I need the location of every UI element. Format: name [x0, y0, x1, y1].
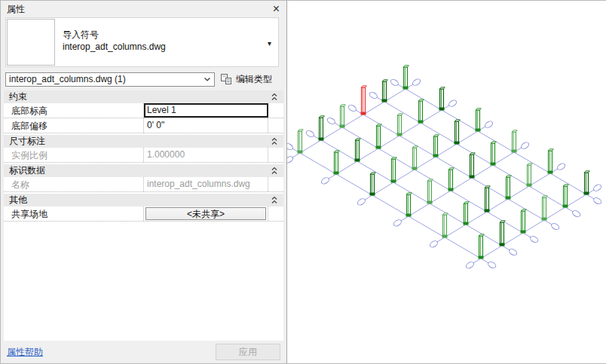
column-glyph[interactable]	[371, 174, 375, 193]
grid-bubble[interactable]	[571, 210, 581, 218]
grid-bubble[interactable]	[520, 141, 530, 150]
column-glyph[interactable]	[335, 151, 340, 152]
column-glyph[interactable]	[485, 186, 491, 188]
section-header-identity-data[interactable]: 标识数据	[4, 164, 283, 177]
grid-bubble[interactable]	[305, 130, 315, 138]
column-glyph[interactable]	[377, 124, 382, 126]
column-glyph[interactable]	[440, 87, 445, 89]
column-glyph[interactable]	[564, 185, 569, 186]
column-glyph[interactable]	[528, 164, 533, 165]
column-glyph[interactable]	[398, 114, 403, 115]
column-glyph[interactable]	[464, 203, 468, 222]
column-glyph[interactable]	[407, 193, 412, 194]
column-glyph[interactable]	[500, 222, 504, 243]
column-glyph[interactable]	[443, 213, 448, 215]
column-glyph[interactable]	[522, 210, 527, 211]
grid-bubble[interactable]	[487, 261, 497, 269]
column-glyph[interactable]	[479, 236, 483, 256]
selected-column-glyph[interactable]	[362, 86, 367, 87]
close-icon[interactable]: ×	[273, 4, 280, 14]
column-glyph[interactable]	[392, 159, 396, 180]
column-glyph[interactable]	[449, 170, 453, 188]
grid-bubble[interactable]	[347, 104, 357, 112]
edit-type-button[interactable]: 编辑类型	[220, 73, 272, 86]
column-glyph[interactable]	[543, 197, 546, 218]
column-glyph[interactable]	[413, 146, 418, 148]
column-glyph[interactable]	[528, 165, 531, 184]
column-glyph[interactable]	[479, 234, 485, 236]
column-glyph[interactable]	[564, 186, 568, 205]
column-glyph[interactable]	[476, 110, 480, 129]
section-header-dimensions[interactable]: 尺寸标注	[4, 135, 283, 148]
section-header-other[interactable]: 其他	[4, 194, 283, 206]
grid-bubble[interactable]	[465, 261, 475, 270]
grid-bubble[interactable]	[529, 235, 539, 243]
column-glyph[interactable]	[341, 106, 344, 125]
grid-bubble[interactable]	[320, 176, 330, 185]
column-glyph[interactable]	[398, 115, 402, 133]
grid-line[interactable]	[292, 84, 414, 158]
grid-bubble[interactable]	[287, 155, 294, 164]
column-glyph[interactable]	[383, 81, 387, 99]
column-glyph[interactable]	[356, 139, 361, 140]
grid-line[interactable]	[376, 96, 574, 212]
column-glyph[interactable]	[491, 142, 497, 143]
column-glyph[interactable]	[455, 121, 459, 142]
column-glyph[interactable]	[440, 89, 444, 108]
grid-bubble[interactable]	[369, 91, 378, 99]
grid-3d-view[interactable]	[287, 1, 606, 364]
grid-bubble[interactable]	[508, 248, 518, 256]
column-glyph[interactable]	[549, 151, 552, 171]
drawing-area[interactable]	[287, 1, 606, 363]
column-glyph[interactable]	[356, 140, 360, 159]
column-glyph[interactable]	[335, 152, 338, 172]
grid-line[interactable]	[292, 148, 489, 263]
column-glyph[interactable]	[392, 158, 397, 159]
column-glyph[interactable]	[476, 109, 482, 110]
column-glyph[interactable]	[585, 173, 589, 192]
grid-bubble[interactable]	[550, 222, 560, 231]
grid-bubble[interactable]	[393, 219, 402, 228]
column-glyph[interactable]	[320, 118, 323, 138]
column-glyph[interactable]	[491, 143, 495, 163]
column-glyph[interactable]	[404, 67, 408, 87]
column-glyph[interactable]	[522, 211, 525, 231]
column-glyph[interactable]	[449, 168, 454, 170]
grid-bubble[interactable]	[412, 78, 421, 87]
type-selector[interactable]: 导入符号 interop_adt_columns.dwg ▾	[5, 17, 279, 67]
selected-column-glyph[interactable]	[362, 87, 366, 112]
grid-bubble[interactable]	[484, 120, 494, 129]
column-glyph[interactable]	[341, 105, 346, 106]
base-offset-input[interactable]: 0' 0"	[144, 118, 268, 133]
grid-bubble[interactable]	[448, 99, 458, 108]
column-glyph[interactable]	[383, 80, 388, 81]
column-glyph[interactable]	[549, 149, 554, 151]
grid-bubble[interactable]	[429, 240, 439, 249]
column-glyph[interactable]	[507, 177, 510, 197]
column-glyph[interactable]	[377, 126, 381, 146]
grid-line[interactable]	[328, 105, 450, 179]
column-glyph[interactable]	[419, 99, 424, 101]
grid-line[interactable]	[355, 109, 552, 225]
column-glyph[interactable]	[428, 181, 432, 201]
properties-help-link[interactable]: 属性帮助	[7, 346, 43, 359]
column-glyph[interactable]	[464, 202, 470, 203]
shared-site-button[interactable]: <未共享>	[145, 207, 266, 220]
column-glyph[interactable]	[298, 130, 304, 131]
column-glyph[interactable]	[455, 120, 461, 121]
grid-bubble[interactable]	[390, 78, 399, 87]
column-glyph[interactable]	[513, 132, 516, 150]
grid-bubble[interactable]	[556, 162, 566, 171]
base-level-input[interactable]: Level 1	[144, 103, 268, 118]
column-glyph[interactable]	[500, 221, 506, 222]
grid-bubble[interactable]	[592, 183, 602, 192]
column-glyph[interactable]	[428, 179, 433, 181]
grid-bubble[interactable]	[287, 142, 294, 151]
column-glyph[interactable]	[320, 116, 325, 118]
grid-line[interactable]	[436, 168, 559, 242]
column-glyph[interactable]	[404, 66, 409, 67]
column-glyph[interactable]	[585, 171, 590, 173]
grid-line[interactable]	[364, 126, 486, 200]
column-glyph[interactable]	[470, 153, 476, 154]
grid-bubble[interactable]	[357, 197, 366, 206]
